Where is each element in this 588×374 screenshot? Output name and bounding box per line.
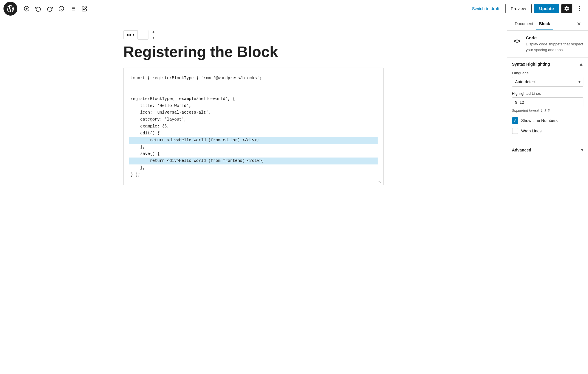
more-options-button[interactable]: ⋮: [575, 3, 585, 14]
block-type-icon: <>: [512, 36, 522, 46]
right-sidebar: Document Block ✕ <> Code Display code sn…: [507, 17, 588, 374]
advanced-section: Advanced ▾: [507, 143, 588, 157]
code-line: category: 'layout',: [129, 116, 378, 123]
code-line: edit() {: [129, 130, 378, 137]
block-info-section: <> Code Display code snippets that respe…: [507, 31, 588, 58]
code-line: return <div>Hello World (from frontend).…: [129, 158, 378, 164]
syntax-highlighting-title: Syntax Highlighting: [512, 62, 550, 66]
wrap-lines-row: Wrap Lines: [512, 128, 583, 134]
highlighted-lines-input[interactable]: [512, 97, 583, 107]
settings-button[interactable]: [561, 4, 572, 13]
switch-to-draft-button[interactable]: Switch to draft: [468, 4, 503, 13]
move-down-button[interactable]: ▼: [150, 35, 157, 40]
info-button[interactable]: [57, 4, 66, 13]
editor-area: <> ▾ ⋮ ▲ ▼ Registering the Block import …: [0, 17, 507, 374]
block-info-text: Code Display code snippets that respect …: [526, 35, 583, 53]
code-line: import { registerBlockType } from '@word…: [129, 75, 378, 82]
code-line: [129, 82, 378, 89]
show-line-numbers-row: Show Line Numbers: [512, 117, 583, 124]
highlighted-lines-hint: Supported format: 1, 3-5: [512, 109, 583, 113]
code-line: icon: 'universal-access-alt',: [129, 109, 378, 116]
code-line: return <div>Hello World (from editor).</…: [129, 137, 378, 144]
update-button[interactable]: Update: [534, 4, 559, 13]
code-line: example: {},: [129, 123, 378, 130]
wp-logo[interactable]: [3, 2, 17, 16]
syntax-highlighting-toggle[interactable]: Syntax Highlighting ▲: [507, 58, 588, 71]
highlighted-lines-field-group: Highlighted Lines Supported format: 1, 3…: [512, 91, 583, 113]
sidebar-tabs: Document Block ✕: [507, 17, 588, 31]
code-content[interactable]: import { registerBlockType } from '@word…: [129, 75, 378, 178]
advanced-toggle[interactable]: Advanced ▾: [507, 143, 588, 157]
language-label: Language: [512, 71, 583, 75]
code-line: [129, 89, 378, 96]
language-select-wrap: Auto-detectBashCSSDiffHTMLJavaScriptJSON…: [512, 77, 583, 87]
undo-button[interactable]: [34, 4, 43, 13]
language-field-group: Language Auto-detectBashCSSDiffHTMLJavaS…: [512, 71, 583, 87]
code-line: } );: [129, 171, 378, 178]
move-up-button[interactable]: ▲: [150, 29, 157, 35]
syntax-highlighting-chevron-icon: ▲: [579, 62, 583, 67]
code-block-wrapper[interactable]: import { registerBlockType } from '@word…: [123, 68, 384, 185]
show-line-numbers-label[interactable]: Show Line Numbers: [521, 118, 558, 123]
redo-button[interactable]: [45, 4, 54, 13]
highlighted-lines-label: Highlighted Lines: [512, 91, 583, 96]
code-line: registerBlockType( 'example/hello-world'…: [129, 96, 378, 103]
code-line: title: 'Hello World',: [129, 103, 378, 110]
preview-button[interactable]: Preview: [505, 4, 532, 13]
code-line: },: [129, 164, 378, 171]
wrap-lines-checkbox[interactable]: [512, 128, 518, 134]
top-toolbar: Switch to draft Preview Update ⋮: [0, 0, 588, 17]
advanced-title: Advanced: [512, 148, 531, 152]
tab-block[interactable]: Block: [536, 17, 553, 30]
language-select[interactable]: Auto-detectBashCSSDiffHTMLJavaScriptJSON…: [512, 77, 583, 87]
syntax-highlighting-body: Language Auto-detectBashCSSDiffHTMLJavaS…: [507, 71, 588, 143]
add-block-button[interactable]: [22, 4, 31, 13]
code-line: },: [129, 144, 378, 151]
block-info-description: Display code snippets that respect your …: [526, 41, 583, 53]
block-navigation-button[interactable]: [68, 4, 78, 13]
block-type-button[interactable]: <> ▾: [123, 30, 138, 39]
resize-handle[interactable]: ⤡: [378, 180, 382, 184]
block-more-options-button[interactable]: ⋮: [138, 30, 148, 40]
block-type-chevron-icon: ▾: [133, 33, 135, 37]
code-icon: <>: [514, 38, 520, 45]
editor-inner: <> ▾ ⋮ ▲ ▼ Registering the Block import …: [123, 29, 384, 185]
close-sidebar-button[interactable]: ✕: [574, 18, 583, 30]
advanced-chevron-icon: ▾: [581, 147, 583, 153]
edit-button[interactable]: [80, 4, 89, 13]
block-info-title: Code: [526, 35, 583, 40]
wrap-lines-label[interactable]: Wrap Lines: [521, 129, 542, 133]
syntax-highlighting-section: Syntax Highlighting ▲ Language Auto-dete…: [507, 58, 588, 143]
main-layout: <> ▾ ⋮ ▲ ▼ Registering the Block import …: [0, 17, 588, 374]
page-title[interactable]: Registering the Block: [123, 43, 384, 61]
code-line: save() {: [129, 151, 378, 158]
code-brackets-icon: <>: [126, 32, 132, 37]
tab-document[interactable]: Document: [512, 17, 536, 30]
show-line-numbers-checkbox[interactable]: [512, 117, 518, 124]
